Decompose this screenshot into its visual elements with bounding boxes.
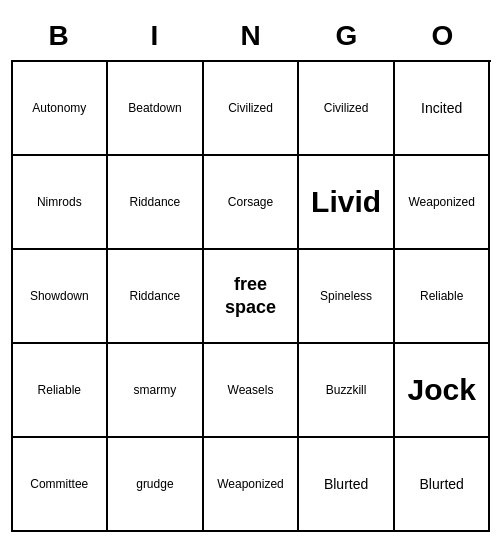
bingo-cell-3-3: Buzzkill — [299, 344, 395, 438]
bingo-row-2: ShowdownRiddancefree spaceSpinelessRelia… — [13, 250, 491, 344]
bingo-row-1: NimrodsRiddanceCorsageLividWeaponized — [13, 156, 491, 250]
header-letter-B: B — [11, 12, 107, 60]
bingo-cell-0-3: Civilized — [299, 62, 395, 156]
bingo-cell-1-2: Corsage — [204, 156, 300, 250]
bingo-cell-0-0: Autonomy — [13, 62, 109, 156]
bingo-cell-3-1: smarmy — [108, 344, 204, 438]
bingo-cell-2-1: Riddance — [108, 250, 204, 344]
bingo-cell-2-0: Showdown — [13, 250, 109, 344]
bingo-row-0: AutonomyBeatdownCivilizedCivilizedIncite… — [13, 62, 491, 156]
bingo-cell-4-4: Blurted — [395, 438, 491, 532]
bingo-grid: AutonomyBeatdownCivilizedCivilizedIncite… — [11, 60, 491, 532]
bingo-cell-1-1: Riddance — [108, 156, 204, 250]
bingo-cell-4-3: Blurted — [299, 438, 395, 532]
bingo-cell-1-4: Weaponized — [395, 156, 491, 250]
bingo-cell-1-0: Nimrods — [13, 156, 109, 250]
bingo-cell-0-2: Civilized — [204, 62, 300, 156]
header-letter-I: I — [107, 12, 203, 60]
header-letter-N: N — [203, 12, 299, 60]
bingo-cell-0-4: Incited — [395, 62, 491, 156]
bingo-cell-4-1: grudge — [108, 438, 204, 532]
bingo-row-4: CommitteegrudgeWeaponizedBlurtedBlurted — [13, 438, 491, 532]
header-letter-G: G — [299, 12, 395, 60]
header-letter-O: O — [395, 12, 491, 60]
bingo-cell-4-2: Weaponized — [204, 438, 300, 532]
bingo-cell-3-4: Jock — [395, 344, 491, 438]
bingo-card: BINGO AutonomyBeatdownCivilizedCivilized… — [11, 12, 491, 532]
bingo-cell-2-2: free space — [204, 250, 300, 344]
bingo-cell-4-0: Committee — [13, 438, 109, 532]
bingo-cell-1-3: Livid — [299, 156, 395, 250]
bingo-cell-0-1: Beatdown — [108, 62, 204, 156]
bingo-cell-2-3: Spineless — [299, 250, 395, 344]
bingo-header: BINGO — [11, 12, 491, 60]
bingo-cell-3-0: Reliable — [13, 344, 109, 438]
bingo-row-3: ReliablesmarmyWeaselsBuzzkillJock — [13, 344, 491, 438]
bingo-cell-2-4: Reliable — [395, 250, 491, 344]
bingo-cell-3-2: Weasels — [204, 344, 300, 438]
